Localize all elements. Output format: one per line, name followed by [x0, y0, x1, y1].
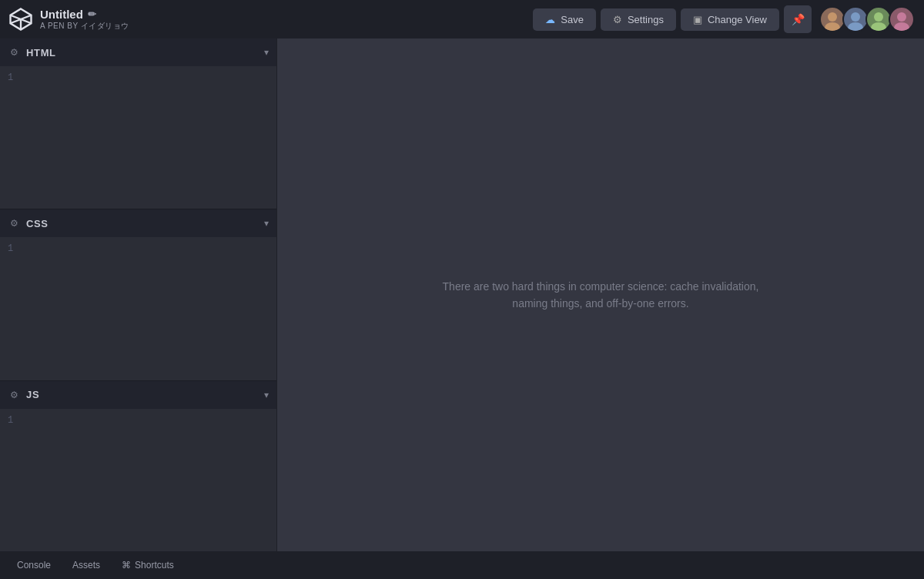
html-editor-body[interactable]: 1: [0, 66, 276, 209]
preview-panel: There are two hard things in computer sc…: [277, 38, 924, 551]
html-editor-section: ⚙ HTML ▾ 1: [0, 38, 276, 209]
shortcuts-button[interactable]: ⌘ Shortcuts: [112, 556, 183, 574]
avatar: [865, 6, 892, 32]
monitor-icon: ▣: [693, 14, 702, 25]
html-chevron-icon[interactable]: ▾: [264, 47, 269, 58]
pen-subtitle: A PEN BY イイダリョウ: [40, 21, 129, 32]
codepen-logo: [9, 8, 32, 31]
svg-line-4: [11, 19, 22, 23]
gear-icon: ⚙: [613, 14, 622, 25]
cmd-icon: ⌘: [122, 560, 131, 571]
svg-point-9: [848, 22, 863, 31]
header: Untitled ✏ A PEN BY イイダリョウ ☁ Save ⚙ Sett…: [0, 0, 924, 38]
save-label: Save: [561, 14, 584, 25]
preview-quote: There are two hard things in computer sc…: [439, 278, 762, 313]
avatar: [889, 6, 915, 32]
css-editor-header-left: ⚙ CSS: [8, 217, 49, 229]
change-view-label: Change View: [708, 14, 767, 25]
svg-point-11: [871, 22, 886, 31]
css-editor-body[interactable]: 1: [0, 237, 276, 380]
html-label: HTML: [26, 47, 56, 59]
main-content: ⚙ HTML ▾ 1 ⚙ CSS ▾ 1: [0, 38, 924, 551]
header-right: ☁ Save ⚙ Settings ▣ Change View 📌: [533, 5, 915, 33]
svg-line-1: [11, 15, 22, 19]
css-editor-header: ⚙ CSS ▾: [0, 209, 276, 237]
settings-button[interactable]: ⚙ Settings: [601, 8, 676, 31]
avatar-group: [819, 6, 915, 32]
avatar: [842, 6, 869, 32]
css-line-1: 1: [8, 243, 13, 254]
header-left: Untitled ✏ A PEN BY イイダリョウ: [9, 8, 129, 32]
editors-panel: ⚙ HTML ▾ 1 ⚙ CSS ▾ 1: [0, 38, 277, 551]
js-line-1: 1: [8, 415, 13, 426]
svg-point-7: [825, 22, 840, 31]
assets-button[interactable]: Assets: [63, 556, 109, 574]
settings-label: Settings: [628, 14, 664, 25]
svg-line-2: [21, 15, 32, 19]
save-button[interactable]: ☁ Save: [533, 8, 596, 31]
pen-title-block: Untitled ✏ A PEN BY イイダリョウ: [40, 8, 129, 32]
pin-button[interactable]: 📌: [784, 5, 812, 33]
html-line-1: 1: [8, 72, 13, 83]
svg-point-8: [851, 12, 860, 22]
css-editor-section: ⚙ CSS ▾ 1: [0, 209, 276, 380]
svg-point-13: [894, 22, 909, 31]
cloud-icon: ☁: [545, 14, 555, 25]
pen-title: Untitled ✏: [40, 8, 129, 21]
css-label: CSS: [26, 218, 49, 229]
html-gear-icon: ⚙: [8, 46, 20, 59]
js-editor-header: ⚙ JS ▾: [0, 381, 276, 409]
css-chevron-icon[interactable]: ▾: [264, 218, 269, 229]
svg-point-6: [828, 12, 837, 22]
pen-title-text: Untitled: [40, 8, 83, 21]
js-chevron-icon[interactable]: ▾: [264, 390, 269, 400]
css-gear-icon: ⚙: [8, 217, 20, 229]
edit-title-icon[interactable]: ✏: [88, 8, 96, 20]
avatar: [819, 6, 845, 32]
svg-line-5: [21, 19, 32, 23]
js-editor-header-left: ⚙ JS: [8, 389, 39, 401]
svg-point-10: [874, 12, 883, 22]
js-label: JS: [26, 389, 39, 400]
change-view-button[interactable]: ▣ Change View: [681, 8, 779, 31]
shortcuts-label: Shortcuts: [135, 560, 174, 571]
footer: Console Assets ⌘ Shortcuts: [0, 551, 924, 579]
pin-icon: 📌: [792, 13, 805, 25]
html-editor-header-left: ⚙ HTML: [8, 46, 56, 59]
console-button[interactable]: Console: [8, 556, 60, 574]
js-editor-section: ⚙ JS ▾ 1: [0, 381, 276, 551]
html-editor-header: ⚙ HTML ▾: [0, 38, 276, 66]
js-gear-icon: ⚙: [8, 389, 20, 401]
js-editor-body[interactable]: 1: [0, 409, 276, 551]
svg-point-12: [897, 12, 906, 22]
